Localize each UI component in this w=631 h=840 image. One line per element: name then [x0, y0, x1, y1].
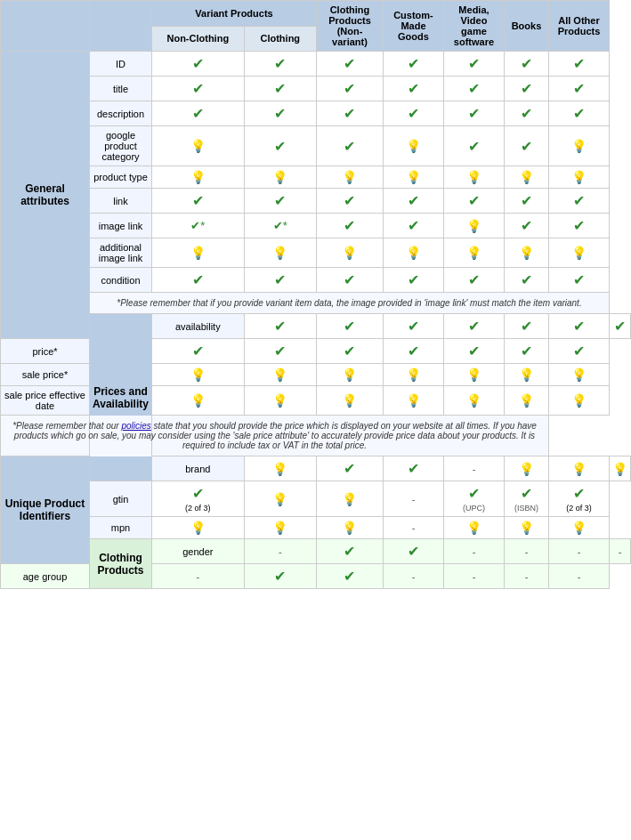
agegroup-other: - — [548, 564, 609, 589]
condition-label: condition — [90, 268, 152, 293]
gpc-clothing-products: ✔ — [316, 126, 383, 166]
imglink-non-clothing: ✔* — [152, 214, 245, 238]
policies-link[interactable]: policies — [121, 421, 150, 431]
addimg-clothing-products: 💡 — [316, 238, 383, 268]
cond-custom: ✔ — [383, 268, 443, 293]
saledate-clothing: 💡 — [244, 386, 316, 416]
agegroup-media: - — [443, 564, 504, 589]
general-note: *Please remember that if you provide var… — [90, 293, 610, 314]
link-media: ✔ — [443, 189, 504, 214]
desc-clothing: ✔ — [244, 101, 316, 126]
title-custom: ✔ — [383, 77, 443, 101]
link-clothing: ✔ — [244, 189, 316, 214]
desc-media: ✔ — [443, 101, 504, 126]
saledate-custom: 💡 — [383, 386, 443, 416]
title-other: ✔ — [548, 77, 609, 101]
gpc-media: ✔ — [443, 126, 504, 166]
mpn-other: 💡 — [548, 517, 609, 539]
title-label: title — [90, 77, 152, 101]
title-clothing: ✔ — [244, 77, 316, 101]
price-clothing-products: ✔ — [316, 339, 383, 364]
all-other-header: All Other Products — [548, 1, 609, 52]
addimg-custom: 💡 — [383, 238, 443, 268]
desc-clothing-products: ✔ — [316, 101, 383, 126]
addimg-non-clothing: 💡 — [152, 238, 245, 268]
saledate-other: 💡 — [548, 386, 609, 416]
link-clothing-products: ✔ — [316, 189, 383, 214]
pt-media: 💡 — [443, 166, 504, 189]
avail-media: ✔ — [504, 314, 548, 339]
product-type-label: product type — [90, 166, 152, 189]
unique-section-label: Unique Product Identifiers — [1, 456, 90, 564]
id-clothing-products: ✔ — [316, 52, 383, 77]
gtin-clothing-products: 💡 — [316, 481, 383, 517]
id-other: ✔ — [548, 52, 609, 77]
gender-other: - — [609, 539, 630, 564]
cond-non-clothing: ✔ — [152, 268, 245, 293]
saleprice-books: 💡 — [504, 364, 548, 386]
price-media: ✔ — [443, 339, 504, 364]
media-header: Media, Video game software — [443, 1, 504, 52]
mpn-media: 💡 — [443, 517, 504, 539]
gtin-non-clothing: ✔(2 of 3) — [152, 481, 245, 517]
prices-note: *Please remember that our policies state… — [1, 416, 549, 456]
sale-price-label: sale price* — [1, 364, 90, 386]
gtin-custom: - — [383, 481, 443, 517]
brand-clothing: ✔ — [316, 456, 383, 481]
saledate-media: 💡 — [443, 386, 504, 416]
gender-non-clothing: - — [244, 539, 316, 564]
gpc-books: ✔ — [504, 126, 548, 166]
mpn-non-clothing: 💡 — [152, 517, 245, 539]
agegroup-clothing-products: ✔ — [316, 564, 383, 589]
add-image-label: additional image link — [90, 238, 152, 268]
title-media: ✔ — [443, 77, 504, 101]
imglink-books: ✔ — [504, 214, 548, 238]
cond-other: ✔ — [548, 268, 609, 293]
general-section-label: General attributes — [1, 52, 90, 339]
gender-media: - — [504, 539, 548, 564]
addimg-media: 💡 — [443, 238, 504, 268]
avail-custom: ✔ — [443, 314, 504, 339]
saleprice-clothing: 💡 — [244, 364, 316, 386]
availability-label: availability — [152, 314, 245, 339]
avail-books: ✔ — [548, 314, 609, 339]
price-custom: ✔ — [383, 339, 443, 364]
cond-books: ✔ — [504, 268, 548, 293]
id-label: ID — [90, 52, 152, 77]
desc-custom: ✔ — [383, 101, 443, 126]
mpn-clothing-products: 💡 — [316, 517, 383, 539]
gpc-custom: 💡 — [383, 126, 443, 166]
agegroup-custom: - — [383, 564, 443, 589]
variant-products-header: Variant Products — [152, 1, 317, 27]
gender-clothing: ✔ — [316, 539, 383, 564]
gtin-books: ✔(ISBN) — [504, 481, 548, 517]
brand-non-clothing: 💡 — [244, 456, 316, 481]
pt-non-clothing: 💡 — [152, 166, 245, 189]
imglink-clothing-products: ✔ — [316, 214, 383, 238]
gtin-clothing: 💡 — [244, 481, 316, 517]
pt-clothing: 💡 — [244, 166, 316, 189]
id-non-clothing: ✔ — [152, 52, 245, 77]
price-books: ✔ — [504, 339, 548, 364]
agegroup-non-clothing: - — [152, 564, 245, 589]
price-clothing: ✔ — [244, 339, 316, 364]
gender-label: gender — [152, 539, 245, 564]
pt-custom: 💡 — [383, 166, 443, 189]
brand-media: 💡 — [504, 456, 548, 481]
imglink-other: ✔ — [548, 214, 609, 238]
gender-books: - — [548, 539, 609, 564]
link-label: link — [90, 189, 152, 214]
link-books: ✔ — [504, 189, 548, 214]
gtin-media: ✔(UPC) — [443, 481, 504, 517]
title-non-clothing: ✔ — [152, 77, 245, 101]
imglink-custom: ✔ — [383, 214, 443, 238]
agegroup-clothing: ✔ — [244, 564, 316, 589]
saledate-clothing-products: 💡 — [316, 386, 383, 416]
custom-made-header: Custom-Made Goods — [383, 1, 443, 52]
gender-custom: - — [443, 539, 504, 564]
age-group-label: age group — [1, 564, 90, 589]
image-link-label: image link — [90, 214, 152, 238]
price-label: price* — [1, 339, 90, 364]
saleprice-custom: 💡 — [383, 364, 443, 386]
saleprice-non-clothing: 💡 — [152, 364, 245, 386]
